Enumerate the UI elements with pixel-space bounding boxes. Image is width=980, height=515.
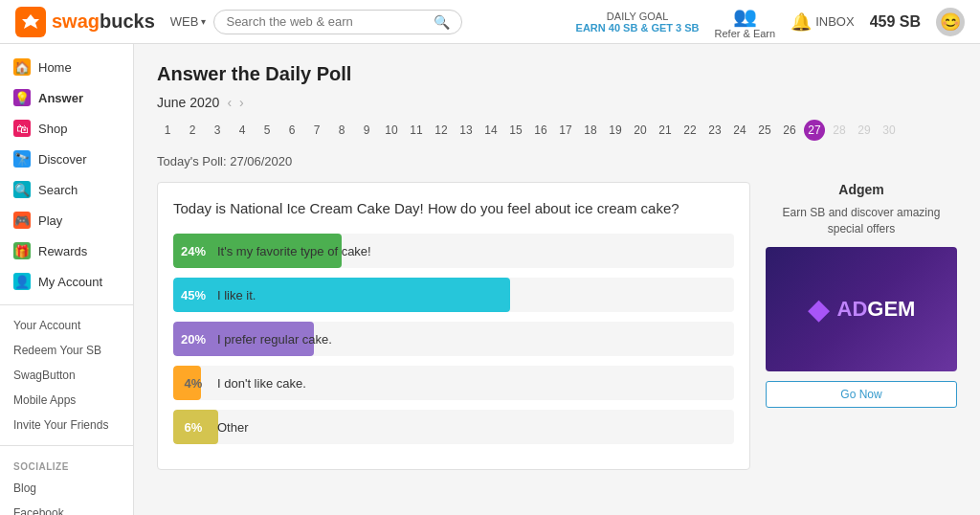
date-12[interactable]: 12 (431, 120, 452, 141)
account-link-mobile-apps[interactable]: Mobile Apps (0, 388, 133, 413)
go-now-button[interactable]: Go Now (766, 381, 957, 408)
socialize-label: SOCIALIZE (0, 454, 133, 476)
date-1[interactable]: 1 (157, 120, 178, 141)
social-link-blog[interactable]: Blog (0, 476, 133, 501)
date-25[interactable]: 25 (754, 120, 775, 141)
sidebar-item-label: Play (38, 213, 62, 228)
search-input[interactable] (226, 14, 434, 29)
answer-nav-icon: 💡 (13, 89, 31, 106)
sidebar-item-label: Home (38, 60, 72, 75)
social-link-facebook[interactable]: Facebook (0, 501, 133, 515)
date-9[interactable]: 9 (356, 120, 377, 141)
date-6[interactable]: 6 (281, 120, 302, 141)
sidebar-divider (0, 304, 133, 305)
sidebar-item-search[interactable]: 🔍 Search (0, 174, 133, 205)
poll-pct-0: 24% (173, 244, 213, 258)
poll-label-4: Other (213, 420, 249, 435)
date-24[interactable]: 24 (729, 120, 750, 141)
date-27[interactable]: 27 (804, 120, 825, 141)
date-29[interactable]: 29 (854, 120, 875, 141)
account-link-invite-your-friends[interactable]: Invite Your Friends (0, 413, 133, 437)
date-19[interactable]: 19 (605, 120, 626, 141)
date-18[interactable]: 18 (580, 120, 601, 141)
header: swagbucks WEB ▾ 🔍 DAILY GOAL EARN 40 SB … (0, 0, 980, 44)
date-16[interactable]: 16 (530, 120, 551, 141)
date-23[interactable]: 23 (704, 120, 725, 141)
poll-option-3[interactable]: 4% I don't like cake. (173, 366, 734, 400)
date-21[interactable]: 21 (655, 120, 676, 141)
poll-option-2[interactable]: 20% I prefer regular cake. (173, 322, 734, 356)
sidebar-item-home[interactable]: 🏠 Home (0, 52, 133, 82)
header-right: DAILY GOAL EARN 40 SB & GET 3 SB 👥 Refer… (576, 5, 965, 39)
date-3[interactable]: 3 (207, 120, 228, 141)
poll-pct-4: 6% (173, 420, 213, 435)
sidebar: 🏠 Home💡 Answer🛍 Shop🔭 Discover🔍 Search🎮 … (0, 44, 134, 515)
poll-options: 24% It's my favorite type of cake! 45% I… (173, 234, 734, 444)
date-14[interactable]: 14 (480, 120, 501, 141)
account-link-swagbutton[interactable]: SwagButton (0, 363, 133, 388)
prev-month-button[interactable]: ‹ (227, 95, 232, 110)
date-5[interactable]: 5 (256, 120, 278, 141)
home-nav-icon: 🏠 (13, 58, 31, 76)
sidebar-item-play[interactable]: 🎮 Play (0, 205, 133, 235)
date-7[interactable]: 7 (306, 120, 327, 141)
sidebar-item-label: Rewards (38, 244, 87, 258)
poll-label-1: I like it. (213, 288, 256, 302)
date-15[interactable]: 15 (505, 120, 526, 141)
rewards-nav-icon: 🎁 (13, 242, 31, 259)
sidebar-item-discover[interactable]: 🔭 Discover (0, 144, 133, 174)
poll-option-4[interactable]: 6% Other (173, 410, 734, 444)
avatar[interactable]: 😊 (936, 8, 965, 36)
date-30[interactable]: 30 (879, 120, 900, 141)
poll-option-1[interactable]: 45% I like it. (173, 278, 734, 312)
date-17[interactable]: 17 (555, 120, 576, 141)
ad-image: ◆ ADGEM (766, 247, 957, 371)
poll-pct-3: 4% (173, 376, 213, 391)
date-13[interactable]: 13 (456, 120, 477, 141)
account-link-redeem-your-sb[interactable]: Redeem Your SB (0, 338, 133, 363)
date-11[interactable]: 11 (406, 120, 427, 141)
date-2[interactable]: 2 (182, 120, 203, 141)
search-bar: 🔍 (213, 10, 462, 34)
sidebar-item-my-account[interactable]: 👤 My Account (0, 266, 133, 297)
next-month-button[interactable]: › (239, 95, 244, 110)
nav-web-dropdown[interactable]: WEB ▾ (170, 14, 207, 29)
sidebar-socialize-divider (0, 445, 133, 446)
date-10[interactable]: 10 (381, 120, 402, 141)
inbox-button[interactable]: 🔔 INBOX (791, 11, 854, 33)
date-28[interactable]: 28 (829, 120, 850, 141)
diamond-icon: ◆ (808, 292, 830, 325)
date-4[interactable]: 4 (232, 120, 253, 141)
sidebar-account-links: Your AccountRedeem Your SBSwagButtonMobi… (0, 313, 133, 437)
search-button[interactable]: 🔍 (434, 14, 450, 30)
layout: 🏠 Home💡 Answer🛍 Shop🔭 Discover🔍 Search🎮 … (0, 44, 980, 515)
poll-date: Today's Poll: 27/06/2020 (157, 154, 957, 168)
date-22[interactable]: 22 (679, 120, 701, 141)
sb-balance: 459 SB (870, 13, 921, 31)
content-row: Today is National Ice Cream Cake Day! Ho… (157, 182, 957, 470)
bell-icon: 🔔 (791, 11, 812, 33)
sidebar-item-answer[interactable]: 💡 Answer (0, 82, 133, 113)
sidebar-item-rewards[interactable]: 🎁 Rewards (0, 235, 133, 266)
poll-option-0[interactable]: 24% It's my favorite type of cake! (173, 234, 734, 268)
shop-nav-icon: 🛍 (13, 120, 31, 137)
sidebar-nav: 🏠 Home💡 Answer🛍 Shop🔭 Discover🔍 Search🎮 … (0, 52, 133, 297)
account-link-your-account[interactable]: Your Account (0, 313, 133, 338)
daily-goal: DAILY GOAL EARN 40 SB & GET 3 SB (576, 11, 700, 34)
date-26[interactable]: 26 (779, 120, 800, 141)
sidebar-item-shop[interactable]: 🛍 Shop (0, 113, 133, 144)
logo-text: swagbucks (52, 11, 155, 33)
sidebar-item-label: Shop (38, 122, 67, 136)
sidebar-item-label: Search (38, 183, 78, 197)
poll-label-2: I prefer regular cake. (213, 332, 332, 347)
poll-question: Today is National Ice Cream Cake Day! Ho… (173, 198, 734, 218)
poll-pct-2: 20% (173, 332, 213, 347)
refer-earn[interactable]: 👥 Refer & Earn (715, 5, 776, 39)
date-20[interactable]: 20 (630, 120, 651, 141)
sidebar-socialize-links: BlogFacebookInstagramPinterestTwitter (0, 476, 133, 515)
poll-label-0: It's my favorite type of cake! (213, 244, 371, 258)
main-content: Answer the Daily Poll June 2020 ‹ › 1234… (134, 44, 980, 515)
date-8[interactable]: 8 (331, 120, 352, 141)
sidebar-item-label: Discover (38, 152, 87, 167)
logo[interactable]: swagbucks (15, 7, 155, 37)
